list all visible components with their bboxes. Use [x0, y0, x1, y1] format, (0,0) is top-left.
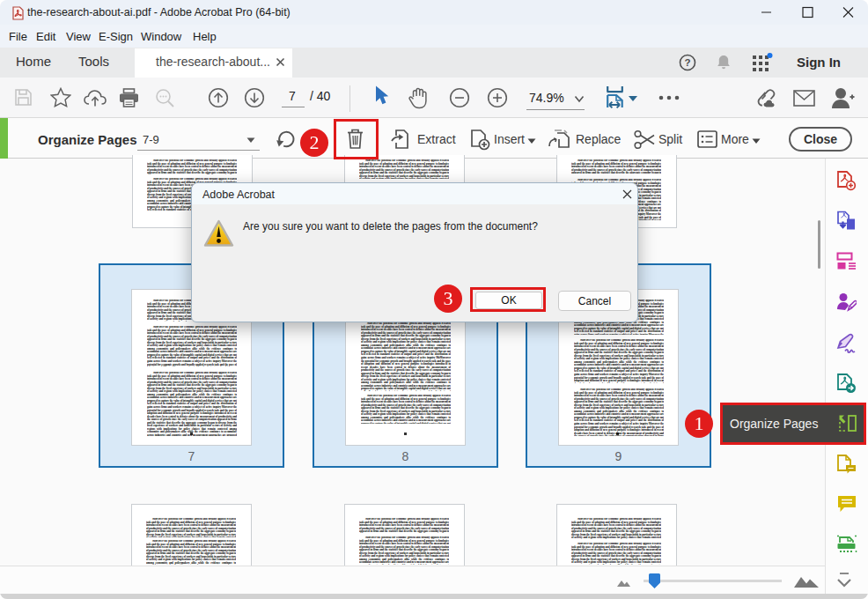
svg-text:?: ? — [684, 57, 690, 68]
